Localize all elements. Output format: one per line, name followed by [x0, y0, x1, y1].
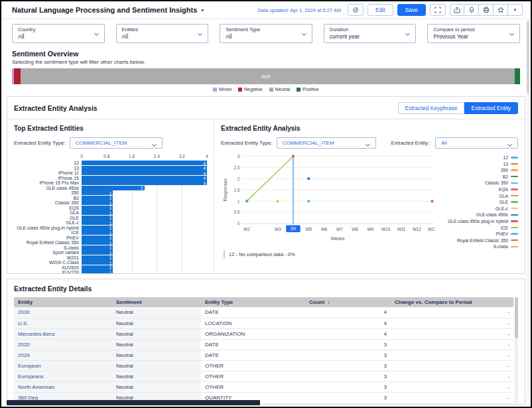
- bar[interactable]: 1: [82, 265, 113, 270]
- line-legend-item[interactable]: PHEV: [435, 232, 518, 236]
- analysis-entity-type-select[interactable]: COMMERCIAL_ITEM: [277, 137, 376, 149]
- entity-type-select[interactable]: COMMERCIAL_ITEM: [70, 137, 163, 149]
- entity-link[interactable]: 2020: [14, 339, 112, 350]
- bar-row[interactable]: 1: [82, 220, 207, 226]
- bar[interactable]: 1: [82, 216, 113, 220]
- bar[interactable]: 1: [82, 190, 113, 195]
- line-legend-item[interactable]: GLE: [435, 200, 518, 204]
- bar-row[interactable]: 4: [82, 180, 207, 186]
- filter-sentiment-type[interactable]: Sentiment TypeAll: [220, 24, 312, 43]
- bar-row[interactable]: 1: [82, 245, 207, 251]
- bar-row[interactable]: 4: [82, 166, 207, 171]
- entity-link[interactable]: U.S.: [14, 318, 112, 328]
- bar[interactable]: 1: [82, 220, 113, 225]
- bar[interactable]: 1: [82, 206, 113, 210]
- bar[interactable]: 1: [82, 255, 113, 260]
- bar-row[interactable]: 1: [82, 236, 207, 241]
- bar[interactable]: 1: [82, 196, 113, 200]
- bar[interactable]: 1: [82, 226, 113, 230]
- bar-row[interactable]: 4: [82, 170, 207, 176]
- bar-row[interactable]: 1: [82, 196, 207, 201]
- bar[interactable]: 4: [82, 176, 207, 180]
- print-button[interactable]: [479, 4, 494, 16]
- sentiment-segment-positive[interactable]: [515, 68, 520, 84]
- bar[interactable]: 1: [82, 245, 113, 250]
- column-header-entity[interactable]: Entity: [14, 297, 112, 307]
- line-legend-item[interactable]: GLE-c: [435, 206, 518, 211]
- horizontal-scrollbar-thumb[interactable]: [7, 400, 260, 405]
- legend-item-mixed[interactable]: Mixed: [213, 87, 232, 92]
- bar[interactable]: 1: [82, 230, 113, 235]
- fullscreen-button[interactable]: [430, 4, 446, 16]
- table-scrollbar-thumb[interactable]: [515, 297, 518, 338]
- bar[interactable]: 4: [82, 161, 207, 165]
- legend-item-neutral[interactable]: Neutral: [269, 87, 291, 92]
- bar-row[interactable]: 1: [82, 270, 207, 274]
- table-scrollbar[interactable]: [515, 297, 518, 403]
- bar-row[interactable]: 2: [82, 186, 207, 191]
- line-legend-item[interactable]: GLA: [435, 194, 518, 198]
- bar-row[interactable]: 1: [82, 190, 207, 196]
- bar-row[interactable]: 1: [82, 206, 207, 211]
- line-legend-item[interactable]: GLE-class 450e plug-in hybrid: [435, 219, 518, 224]
- legend-item-positive[interactable]: Positive: [297, 87, 319, 92]
- entity-link[interactable]: Mercedes-Benz: [14, 328, 112, 339]
- bar-row[interactable]: 1: [82, 200, 207, 206]
- filter-compare-to-period[interactable]: Compare to periodPrevious Year: [427, 24, 520, 43]
- line-chart-svg[interactable]: 00.511.522.53W1W3W5W6W7W8W9W10W11W12W130…: [221, 150, 435, 248]
- entity-link[interactable]: 2024: [14, 350, 112, 360]
- entity-link[interactable]: European: [14, 360, 112, 371]
- bar[interactable]: 4: [82, 180, 207, 185]
- line-legend-item[interactable]: GLE-class 450e: [435, 212, 518, 217]
- bar[interactable]: 1: [82, 236, 113, 240]
- filter-country[interactable]: CountryAll: [12, 24, 105, 43]
- page-scrollbar-thumb[interactable]: [527, 21, 529, 94]
- bar[interactable]: 4: [82, 170, 207, 175]
- assistant-button[interactable]: @: [348, 4, 364, 16]
- page-scrollbar[interactable]: [527, 21, 529, 397]
- bar[interactable]: 1: [82, 240, 113, 245]
- column-header-sentiment[interactable]: Sentiment: [112, 297, 201, 307]
- bar-row[interactable]: 1: [82, 260, 207, 265]
- bar-row[interactable]: 4: [82, 176, 207, 181]
- line-legend-item[interactable]: 12: [435, 155, 518, 160]
- more-actions-button[interactable]: ▾: [508, 4, 523, 16]
- bar[interactable]: 4: [82, 166, 207, 170]
- tab-extracted-keyphrase[interactable]: Extracted Keyphrase: [398, 102, 465, 114]
- entity-link[interactable]: North American: [14, 381, 112, 392]
- bar[interactable]: 1: [82, 200, 113, 205]
- tab-extracted-entity[interactable]: Extracted Entity: [464, 102, 518, 114]
- bar[interactable]: 1: [82, 250, 113, 255]
- line-legend-item[interactable]: Classic 350: [435, 180, 518, 185]
- bar-row[interactable]: 4: [82, 161, 207, 166]
- export-button[interactable]: [450, 4, 464, 16]
- notifications-button[interactable]: [464, 4, 479, 16]
- bar-row[interactable]: 1: [82, 216, 207, 221]
- bar[interactable]: 1: [82, 210, 113, 215]
- bar-row[interactable]: 1: [82, 255, 207, 261]
- column-header-entity-type[interactable]: Entity Type: [201, 297, 305, 307]
- bar-row[interactable]: 1: [82, 240, 207, 245]
- legend-item-negative[interactable]: Negative: [238, 87, 263, 92]
- line-legend-item[interactable]: 13: [435, 162, 518, 167]
- bar-row[interactable]: 1: [82, 210, 207, 216]
- line-legend-item[interactable]: Royal Enfield Classic 350: [435, 238, 518, 243]
- filter-duration[interactable]: Durationcurrent year: [324, 24, 417, 43]
- filter-entities[interactable]: EntitiesAll: [116, 24, 209, 43]
- bar-row[interactable]: 1: [82, 226, 207, 231]
- sentiment-bar[interactable]: 509: [12, 68, 520, 84]
- line-legend-item[interactable]: B2: [435, 174, 518, 179]
- line-legend-item[interactable]: 350: [435, 168, 518, 172]
- bar[interactable]: 1: [82, 260, 113, 265]
- entity-link[interactable]: 2030: [14, 307, 112, 318]
- line-legend-item[interactable]: EQS: [435, 187, 518, 192]
- extracted-entity-select[interactable]: All: [435, 137, 518, 149]
- column-header-count[interactable]: Count↓: [305, 297, 391, 307]
- line-legend-item[interactable]: S-class: [435, 244, 518, 249]
- title-caret-icon[interactable]: ▾: [201, 7, 204, 13]
- sentiment-segment-negative[interactable]: [14, 68, 21, 84]
- bar-row[interactable]: 1: [82, 250, 207, 255]
- bar-row[interactable]: 1: [82, 265, 207, 271]
- entity-link[interactable]: Europeans: [14, 371, 112, 381]
- bar[interactable]: 1: [82, 270, 113, 274]
